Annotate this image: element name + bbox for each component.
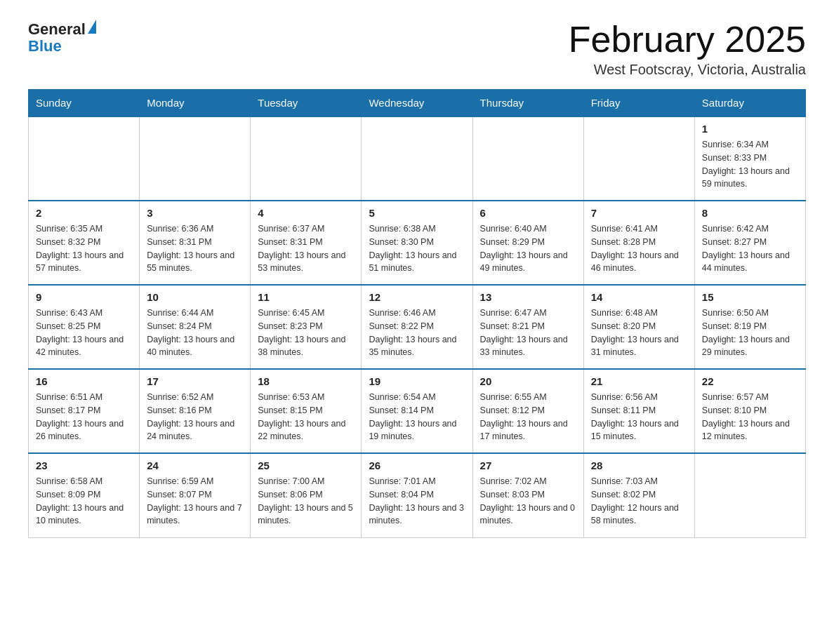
- calendar-cell: [29, 116, 140, 201]
- calendar-cell: [362, 116, 472, 201]
- logo-triangle-icon: [88, 20, 96, 34]
- calendar-cell: 6Sunrise: 6:40 AM Sunset: 8:29 PM Daylig…: [472, 201, 583, 285]
- day-info: Sunrise: 6:43 AM Sunset: 8:25 PM Dayligh…: [36, 307, 132, 359]
- calendar-cell: 4Sunrise: 6:37 AM Sunset: 8:31 PM Daylig…: [251, 201, 362, 285]
- day-number: 23: [36, 459, 132, 471]
- day-info: Sunrise: 6:48 AM Sunset: 8:20 PM Dayligh…: [591, 307, 687, 359]
- calendar-cell: 18Sunrise: 6:53 AM Sunset: 8:15 PM Dayli…: [251, 369, 362, 453]
- calendar-cell: [140, 116, 251, 201]
- week-row-5: 23Sunrise: 6:58 AM Sunset: 8:09 PM Dayli…: [29, 453, 806, 537]
- day-number: 1: [702, 123, 798, 135]
- calendar-cell: 20Sunrise: 6:55 AM Sunset: 8:12 PM Dayli…: [472, 369, 583, 453]
- day-number: 27: [480, 459, 576, 471]
- day-info: Sunrise: 7:01 AM Sunset: 8:04 PM Dayligh…: [369, 475, 465, 528]
- day-number: 13: [480, 291, 576, 303]
- day-info: Sunrise: 6:51 AM Sunset: 8:17 PM Dayligh…: [36, 391, 132, 443]
- day-info: Sunrise: 6:36 AM Sunset: 8:31 PM Dayligh…: [147, 222, 243, 275]
- day-info: Sunrise: 6:44 AM Sunset: 8:24 PM Dayligh…: [147, 307, 243, 359]
- column-header-wednesday: Wednesday: [362, 90, 472, 117]
- day-info: Sunrise: 6:53 AM Sunset: 8:15 PM Dayligh…: [258, 391, 354, 443]
- calendar-cell: [472, 116, 583, 201]
- calendar-table: SundayMondayTuesdayWednesdayThursdayFrid…: [28, 89, 806, 538]
- column-header-tuesday: Tuesday: [251, 90, 362, 117]
- day-number: 14: [591, 291, 687, 303]
- day-info: Sunrise: 6:46 AM Sunset: 8:22 PM Dayligh…: [369, 307, 465, 359]
- calendar-title: February 2025: [569, 21, 806, 58]
- day-info: Sunrise: 7:00 AM Sunset: 8:06 PM Dayligh…: [258, 475, 354, 528]
- day-number: 12: [369, 291, 465, 303]
- calendar-cell: 27Sunrise: 7:02 AM Sunset: 8:03 PM Dayli…: [472, 453, 583, 537]
- logo-text-blue: Blue: [28, 38, 96, 55]
- calendar-cell: 13Sunrise: 6:47 AM Sunset: 8:21 PM Dayli…: [472, 285, 583, 369]
- day-number: 21: [591, 375, 687, 387]
- day-info: Sunrise: 6:41 AM Sunset: 8:28 PM Dayligh…: [591, 222, 687, 275]
- calendar-cell: 14Sunrise: 6:48 AM Sunset: 8:20 PM Dayli…: [583, 285, 694, 369]
- day-info: Sunrise: 6:38 AM Sunset: 8:30 PM Dayligh…: [369, 222, 465, 275]
- day-number: 18: [258, 375, 354, 387]
- day-number: 16: [36, 375, 132, 387]
- day-number: 28: [591, 459, 687, 471]
- day-info: Sunrise: 6:57 AM Sunset: 8:10 PM Dayligh…: [702, 391, 798, 443]
- calendar-cell: [583, 116, 694, 201]
- day-number: 24: [147, 459, 243, 471]
- calendar-cell: 2Sunrise: 6:35 AM Sunset: 8:32 PM Daylig…: [29, 201, 140, 285]
- day-number: 25: [258, 459, 354, 471]
- day-info: Sunrise: 7:02 AM Sunset: 8:03 PM Dayligh…: [480, 475, 576, 528]
- day-number: 5: [369, 207, 465, 219]
- logo-text-general: General: [28, 21, 86, 38]
- day-info: Sunrise: 6:42 AM Sunset: 8:27 PM Dayligh…: [702, 222, 798, 275]
- calendar-cell: 5Sunrise: 6:38 AM Sunset: 8:30 PM Daylig…: [362, 201, 472, 285]
- column-header-monday: Monday: [140, 90, 251, 117]
- week-row-3: 9Sunrise: 6:43 AM Sunset: 8:25 PM Daylig…: [29, 285, 806, 369]
- calendar-cell: 26Sunrise: 7:01 AM Sunset: 8:04 PM Dayli…: [362, 453, 472, 537]
- day-number: 26: [369, 459, 465, 471]
- week-row-4: 16Sunrise: 6:51 AM Sunset: 8:17 PM Dayli…: [29, 369, 806, 453]
- day-info: Sunrise: 6:35 AM Sunset: 8:32 PM Dayligh…: [36, 222, 132, 275]
- day-info: Sunrise: 6:55 AM Sunset: 8:12 PM Dayligh…: [480, 391, 576, 443]
- day-number: 22: [702, 375, 798, 387]
- day-info: Sunrise: 6:54 AM Sunset: 8:14 PM Dayligh…: [369, 391, 465, 443]
- calendar-cell: 22Sunrise: 6:57 AM Sunset: 8:10 PM Dayli…: [694, 369, 805, 453]
- day-info: Sunrise: 6:40 AM Sunset: 8:29 PM Dayligh…: [480, 222, 576, 275]
- day-number: 6: [480, 207, 576, 219]
- day-number: 10: [147, 291, 243, 303]
- day-info: Sunrise: 7:03 AM Sunset: 8:02 PM Dayligh…: [591, 475, 687, 528]
- calendar-cell: 3Sunrise: 6:36 AM Sunset: 8:31 PM Daylig…: [140, 201, 251, 285]
- calendar-subtitle: West Footscray, Victoria, Australia: [569, 62, 806, 78]
- calendar-cell: 9Sunrise: 6:43 AM Sunset: 8:25 PM Daylig…: [29, 285, 140, 369]
- day-number: 2: [36, 207, 132, 219]
- week-row-1: 1Sunrise: 6:34 AM Sunset: 8:33 PM Daylig…: [29, 116, 806, 201]
- calendar-cell: 23Sunrise: 6:58 AM Sunset: 8:09 PM Dayli…: [29, 453, 140, 537]
- calendar-cell: 12Sunrise: 6:46 AM Sunset: 8:22 PM Dayli…: [362, 285, 472, 369]
- day-info: Sunrise: 6:37 AM Sunset: 8:31 PM Dayligh…: [258, 222, 354, 275]
- calendar-cell: 1Sunrise: 6:34 AM Sunset: 8:33 PM Daylig…: [694, 116, 805, 201]
- day-number: 11: [258, 291, 354, 303]
- column-header-friday: Friday: [583, 90, 694, 117]
- day-number: 15: [702, 291, 798, 303]
- calendar-cell: 28Sunrise: 7:03 AM Sunset: 8:02 PM Dayli…: [583, 453, 694, 537]
- column-header-sunday: Sunday: [29, 90, 140, 117]
- calendar-cell: 11Sunrise: 6:45 AM Sunset: 8:23 PM Dayli…: [251, 285, 362, 369]
- day-info: Sunrise: 6:50 AM Sunset: 8:19 PM Dayligh…: [702, 307, 798, 359]
- title-block: February 2025 West Footscray, Victoria, …: [569, 21, 806, 78]
- calendar-cell: [251, 116, 362, 201]
- week-row-2: 2Sunrise: 6:35 AM Sunset: 8:32 PM Daylig…: [29, 201, 806, 285]
- day-info: Sunrise: 6:58 AM Sunset: 8:09 PM Dayligh…: [36, 475, 132, 528]
- calendar-cell: 8Sunrise: 6:42 AM Sunset: 8:27 PM Daylig…: [694, 201, 805, 285]
- page-header: General Blue February 2025 West Footscra…: [28, 21, 806, 78]
- day-info: Sunrise: 6:59 AM Sunset: 8:07 PM Dayligh…: [147, 475, 243, 528]
- day-number: 7: [591, 207, 687, 219]
- calendar-cell: 15Sunrise: 6:50 AM Sunset: 8:19 PM Dayli…: [694, 285, 805, 369]
- column-header-thursday: Thursday: [472, 90, 583, 117]
- day-info: Sunrise: 6:47 AM Sunset: 8:21 PM Dayligh…: [480, 307, 576, 359]
- day-info: Sunrise: 6:56 AM Sunset: 8:11 PM Dayligh…: [591, 391, 687, 443]
- calendar-cell: 17Sunrise: 6:52 AM Sunset: 8:16 PM Dayli…: [140, 369, 251, 453]
- header-row: SundayMondayTuesdayWednesdayThursdayFrid…: [29, 90, 806, 117]
- day-number: 8: [702, 207, 798, 219]
- day-info: Sunrise: 6:52 AM Sunset: 8:16 PM Dayligh…: [147, 391, 243, 443]
- calendar-cell: 10Sunrise: 6:44 AM Sunset: 8:24 PM Dayli…: [140, 285, 251, 369]
- calendar-cell: 21Sunrise: 6:56 AM Sunset: 8:11 PM Dayli…: [583, 369, 694, 453]
- calendar-cell: 24Sunrise: 6:59 AM Sunset: 8:07 PM Dayli…: [140, 453, 251, 537]
- day-info: Sunrise: 6:34 AM Sunset: 8:33 PM Dayligh…: [702, 138, 798, 191]
- calendar-cell: 16Sunrise: 6:51 AM Sunset: 8:17 PM Dayli…: [29, 369, 140, 453]
